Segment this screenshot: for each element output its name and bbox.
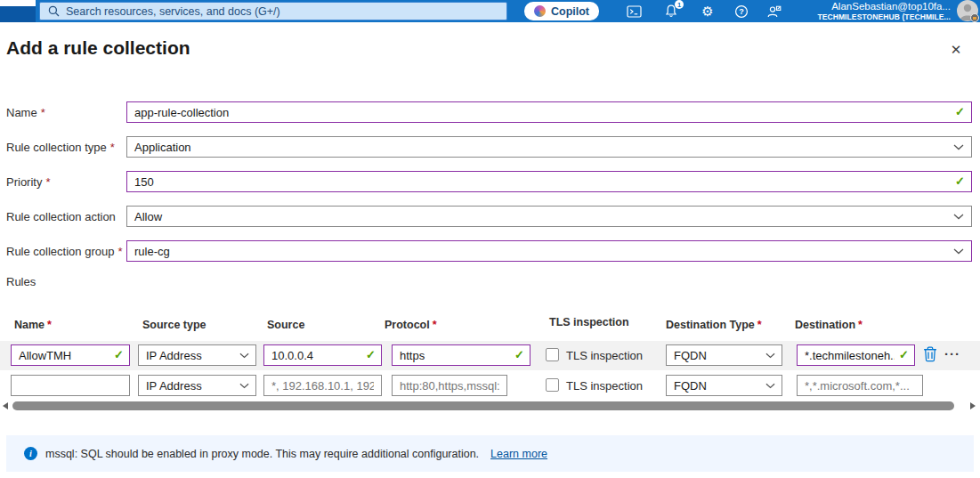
required-marker: * (858, 319, 863, 331)
col-header-tls-inspection: TLS inspection (549, 316, 629, 328)
feedback-button[interactable] (764, 0, 785, 22)
valid-check-icon: ✓ (955, 105, 965, 118)
page-title: Add a rule collection (6, 37, 190, 59)
chevron-down-icon (953, 248, 964, 255)
col-header-source-type: Source type (142, 319, 207, 331)
horizontal-scrollbar-thumb[interactable] (12, 401, 954, 410)
col-header-source: Source (267, 319, 304, 331)
priority-label: Priority* (6, 175, 51, 189)
required-marker: * (45, 175, 50, 189)
rule1-protocol-cell: ✓ (392, 344, 530, 366)
search-icon (48, 5, 60, 17)
portal-top-bar: Search resources, services, and docs (G+… (0, 0, 980, 22)
required-marker: * (433, 319, 437, 331)
rule-collection-type-label: Rule collection type* (6, 141, 115, 154)
priority-field: ✓ (126, 171, 972, 192)
rule1-destination-input[interactable] (797, 344, 915, 366)
valid-check-icon: ✓ (899, 348, 909, 361)
rule-collection-type-field: Application (126, 136, 972, 158)
name-input[interactable] (126, 101, 972, 123)
rule-collection-action-label: Rule collection action (6, 210, 116, 223)
account-info[interactable]: AlanSebastian@top10fa... TECHMILESTONEHU… (817, 1, 951, 21)
search-placeholder: Search resources, services, and docs (G+… (66, 5, 280, 18)
col-header-protocol: Protocol* (385, 319, 437, 331)
rule-collection-action-select[interactable]: Allow (126, 206, 972, 227)
rule2-name-input[interactable] (11, 375, 130, 396)
info-banner: i mssql: SQL should be enabled in proxy … (6, 435, 974, 472)
col-header-destination: Destination* (795, 319, 863, 331)
required-marker: * (757, 319, 762, 331)
rule-collection-group-select[interactable]: rule-cg (126, 240, 972, 262)
help-icon: ? (734, 4, 749, 19)
chevron-down-icon (953, 214, 964, 220)
chevron-down-icon (765, 352, 775, 359)
settings-button[interactable]: ⚙ (697, 0, 718, 22)
required-marker: * (41, 106, 45, 119)
rule1-name-input[interactable] (11, 344, 130, 366)
cloud-shell-button[interactable] (623, 0, 644, 22)
rule2-protocol-cell (392, 375, 507, 396)
copilot-button[interactable]: Copilot (524, 2, 599, 20)
rule2-tls-inspection-checkbox[interactable] (546, 378, 559, 392)
more-options-icon[interactable]: ··· (944, 346, 960, 361)
valid-check-icon: ✓ (114, 348, 124, 361)
svg-text:?: ? (739, 7, 744, 16)
rule2-name-cell (11, 375, 130, 396)
rule1-source-input[interactable] (263, 344, 382, 366)
copilot-icon (534, 5, 546, 17)
banner-message: mssql: SQL should be enabled in proxy mo… (45, 448, 479, 460)
trash-icon (923, 346, 937, 362)
required-marker: * (110, 141, 115, 154)
rule1-destination-cell: ✓ (797, 344, 915, 366)
feedback-icon (766, 4, 782, 19)
rule1-tls-inspection-checkbox[interactable] (546, 348, 559, 361)
portal-menu-corner (0, 6, 36, 22)
valid-check-icon: ✓ (955, 174, 965, 188)
gear-icon: ⚙ (701, 4, 713, 18)
global-search-box[interactable]: Search resources, services, and docs (G+… (39, 2, 507, 20)
rule-collection-group-label: Rule collection group* (6, 245, 122, 258)
rule2-protocol-input[interactable] (392, 375, 507, 396)
rule-collection-type-select[interactable]: Application (126, 136, 972, 158)
rule-collection-action-field: Allow (126, 206, 972, 227)
valid-check-icon: ✓ (366, 348, 376, 361)
chevron-down-icon (953, 144, 964, 150)
chevron-down-icon (765, 383, 775, 389)
rule2-destination-input[interactable] (797, 375, 923, 396)
rule2-tls-inspection-label: TLS inspection (566, 379, 643, 393)
notifications-button[interactable]: 1 (660, 0, 682, 22)
account-tenant: TECHMILESTONEHUB (TECHMILE... (817, 12, 951, 21)
rule2-source-input[interactable] (263, 375, 382, 396)
rule2-destination-type-cell: FQDN (666, 375, 782, 396)
account-email: AlanSebastian@top10fa... (817, 1, 951, 12)
scroll-right-arrow[interactable] (970, 402, 976, 409)
avatar-lock-badge (970, 13, 979, 22)
scroll-left-arrow[interactable] (3, 402, 8, 409)
col-header-name: Name* (14, 319, 52, 331)
name-field: ✓ (126, 101, 972, 123)
help-button[interactable]: ? (731, 0, 752, 22)
required-marker: * (47, 319, 52, 331)
rule2-destination-cell (797, 375, 923, 396)
col-header-destination-type: Destination Type* (666, 319, 762, 331)
cloud-shell-icon (627, 4, 642, 19)
delete-rule-button[interactable] (923, 346, 937, 362)
rule1-name-cell: ✓ (11, 344, 130, 366)
window-corner (0, 0, 36, 6)
learn-more-link[interactable]: Learn more (490, 448, 547, 460)
rule1-source-type-cell: IP Address (138, 344, 256, 366)
required-marker: * (117, 245, 122, 258)
rule1-source-cell: ✓ (263, 344, 382, 366)
chevron-down-icon (239, 383, 249, 389)
rule1-destination-type-cell: FQDN (666, 344, 782, 366)
rule-collection-group-field: rule-cg (126, 240, 972, 262)
priority-input[interactable] (126, 171, 972, 192)
valid-check-icon: ✓ (514, 348, 524, 361)
rule1-tls-inspection-label: TLS inspection (566, 349, 643, 362)
chevron-down-icon (239, 352, 249, 359)
rule1-protocol-input[interactable] (392, 344, 530, 366)
notification-count-badge: 1 (675, 0, 684, 9)
rules-section-label: Rules (6, 275, 36, 288)
close-icon[interactable]: ✕ (946, 40, 966, 60)
info-icon: i (24, 447, 37, 460)
